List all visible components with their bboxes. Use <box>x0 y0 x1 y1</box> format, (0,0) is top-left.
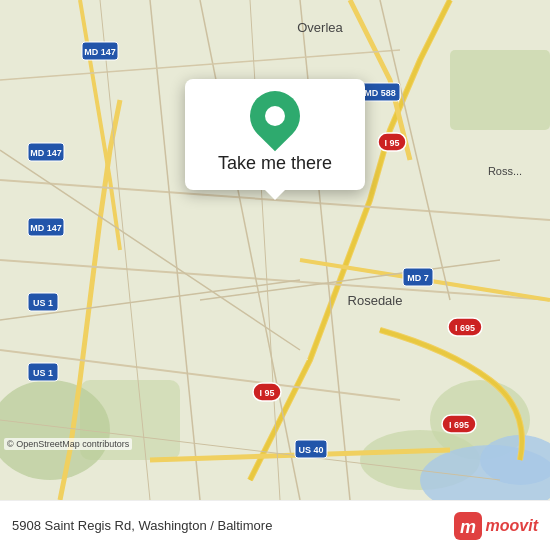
map-container: MD 147 MD 147 MD 147 US 1 US 1 MD 588 I … <box>0 0 550 500</box>
svg-text:Overlea: Overlea <box>297 20 343 35</box>
svg-text:I 695: I 695 <box>449 420 469 430</box>
svg-text:MD 147: MD 147 <box>84 47 116 57</box>
svg-text:MD 588: MD 588 <box>364 88 396 98</box>
address-label: 5908 Saint Regis Rd, Washington / Baltim… <box>12 518 272 533</box>
osm-attribution: © OpenStreetMap contributors <box>4 438 132 450</box>
take-me-there-button[interactable]: Take me there <box>214 151 336 176</box>
svg-text:I 95: I 95 <box>384 138 399 148</box>
bottom-bar: 5908 Saint Regis Rd, Washington / Baltim… <box>0 500 550 550</box>
svg-text:I 695: I 695 <box>455 323 475 333</box>
svg-text:I 95: I 95 <box>259 388 274 398</box>
svg-text:US 1: US 1 <box>33 298 53 308</box>
moovit-brand-label: moovit <box>486 517 538 535</box>
svg-text:MD 7: MD 7 <box>407 273 429 283</box>
pin-inner-circle <box>265 106 285 126</box>
svg-text:Ross...: Ross... <box>488 165 522 177</box>
svg-text:US 1: US 1 <box>33 368 53 378</box>
svg-text:MD 147: MD 147 <box>30 223 62 233</box>
svg-text:Rosedale: Rosedale <box>348 293 403 308</box>
moovit-icon: m <box>454 512 482 540</box>
location-pin-icon <box>240 81 311 152</box>
svg-text:US 40: US 40 <box>298 445 323 455</box>
moovit-logo: m moovit <box>454 512 538 540</box>
location-popup: Take me there <box>185 79 365 190</box>
svg-text:m: m <box>460 517 476 537</box>
svg-text:MD 147: MD 147 <box>30 148 62 158</box>
svg-rect-5 <box>450 50 550 130</box>
